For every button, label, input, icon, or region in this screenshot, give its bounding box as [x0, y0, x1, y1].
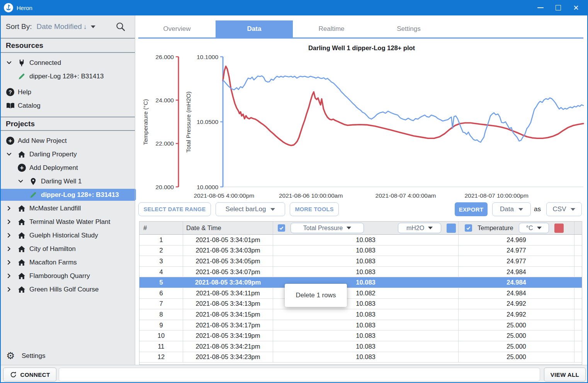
- chevron-right-icon[interactable]: [6, 219, 18, 225]
- cell-datetime: 2021-08-05 3:34:11pm: [183, 288, 273, 298]
- settings-label: Settings: [22, 352, 45, 360]
- sidebar-item-add-deployment[interactable]: +Add Deployment: [1, 161, 135, 175]
- cell-n: 6: [139, 288, 183, 298]
- table-row[interactable]: 52021-08-05 3:34:09pm10.08324.984: [139, 277, 582, 288]
- cell-pressure: 10.083: [273, 341, 458, 352]
- sidebar-item-add-new-project[interactable]: +Add New Project: [1, 134, 135, 147]
- y-tick-label: 24.000: [156, 97, 174, 103]
- connect-button[interactable]: CONNECT: [3, 368, 56, 381]
- chevron-right-icon[interactable]: [6, 232, 18, 238]
- sidebar-item-flamborough-quarry[interactable]: Flamborough Quarry: [1, 269, 135, 283]
- cell-datetime: 2021-08-05 3:34:03pm: [183, 246, 273, 256]
- chevron-down-icon[interactable]: [18, 178, 29, 184]
- cell-datetime: 2021-08-05 3:34:13pm: [183, 299, 273, 309]
- maximize-button[interactable]: [549, 0, 567, 15]
- search-icon[interactable]: [116, 22, 126, 32]
- pressure-unit-dropdown[interactable]: mH2O: [398, 223, 441, 233]
- cell-temperature: 24.992: [458, 299, 574, 309]
- help-icon: ?: [6, 88, 18, 96]
- export-button[interactable]: EXPORT: [455, 202, 488, 216]
- view-all-button[interactable]: VIEW ALL: [544, 368, 586, 381]
- sidebar-item-city-of-hamilton[interactable]: City of Hamilton: [1, 242, 135, 256]
- menu-item-delete-rows[interactable]: Delete 1 rows: [285, 284, 347, 307]
- pin-icon: [29, 178, 41, 185]
- column-header-index: #: [139, 222, 183, 234]
- chevron-down-icon: [428, 227, 433, 229]
- table-row[interactable]: 72021-08-05 3:34:13pm10.08324.992: [139, 299, 582, 310]
- chevron-right-icon[interactable]: [6, 259, 18, 265]
- table-row[interactable]: 42021-08-05 3:34:07pm10.08324.984: [139, 267, 582, 278]
- more-tools-button[interactable]: MORE TOOLS: [290, 202, 339, 216]
- table-row[interactable]: 12021-08-05 3:34:01pm10.08324.969: [139, 235, 582, 246]
- chevron-down-icon: [270, 208, 275, 211]
- cell-pressure: 10.083: [273, 267, 458, 277]
- chevron-right-icon[interactable]: [6, 246, 18, 252]
- tab-settings[interactable]: Settings: [370, 20, 447, 37]
- sidebar-item-connected[interactable]: Connected: [1, 56, 135, 69]
- sidebar-item-settings[interactable]: ⚙ Settings: [1, 349, 135, 363]
- table-row[interactable]: 82021-08-05 3:34:15pm10.08324.992: [139, 309, 582, 320]
- cell-gutter: [574, 246, 582, 256]
- temperature-checkbox[interactable]: [465, 224, 472, 232]
- cell-gutter: [574, 309, 582, 320]
- cell-datetime: 2021-08-05 3:34:21pm: [183, 341, 273, 352]
- chevron-down-icon[interactable]: [6, 151, 18, 157]
- sort-by-value[interactable]: Date Modified: [37, 22, 82, 31]
- sidebar-item-darling-property[interactable]: Darling Property: [1, 147, 135, 161]
- chevron-down-icon[interactable]: [6, 60, 18, 66]
- sort-dropdown-caret-icon[interactable]: [91, 25, 95, 28]
- y-tick-label: 20.000: [156, 184, 174, 190]
- export-source-dropdown[interactable]: Data: [492, 202, 531, 216]
- pressure-color-swatch[interactable]: [447, 224, 456, 233]
- table-row[interactable]: 112021-08-05 3:34:21pm10.08325.000: [139, 341, 582, 352]
- chevron-right-icon[interactable]: [6, 273, 18, 279]
- sort-direction-icon[interactable]: ↓: [83, 23, 87, 31]
- sidebar-item-darling-well-1[interactable]: Darling Well 1: [1, 175, 135, 188]
- table-row[interactable]: 122021-08-05 3:34:23pm10.08325.000: [139, 352, 582, 363]
- table-row[interactable]: 32021-08-05 3:34:05pm10.08324.977: [139, 256, 582, 267]
- status-field[interactable]: [59, 368, 540, 381]
- close-button[interactable]: ×: [567, 0, 585, 15]
- chevron-right-icon[interactable]: [6, 286, 18, 292]
- sidebar-item-green-hills-golf-course[interactable]: Green Hills Golf Course: [1, 283, 135, 296]
- table-row[interactable]: 92021-08-05 3:34:17pm10.08325.000: [139, 320, 582, 331]
- cell-n: 9: [139, 320, 183, 330]
- home-icon: [18, 219, 29, 225]
- pressure-channel-dropdown[interactable]: Total Pressure: [291, 223, 364, 233]
- sidebar-item-macafton-farms[interactable]: Macafton Farms: [1, 256, 135, 269]
- sidebar-item-dipper-log-128-b31413[interactable]: dipper-Log 128+: B31413: [1, 189, 135, 201]
- app-window: Heron × Sort By: Date Modified ↓ Resourc…: [0, 0, 588, 383]
- cell-gutter: [574, 288, 582, 298]
- table-row[interactable]: 62021-08-05 3:34:11pm10.08224.984: [139, 288, 582, 299]
- temperature-unit-dropdown[interactable]: °C: [519, 223, 549, 233]
- pressure-checkbox[interactable]: [278, 224, 285, 232]
- cell-datetime: 2021-08-05 3:34:05pm: [183, 256, 273, 266]
- minimize-button[interactable]: [532, 0, 549, 15]
- sidebar-item-dipper-log-128-b31413[interactable]: dipper-Log 128+: B31413: [1, 69, 135, 83]
- projects-title: Projects: [6, 120, 35, 128]
- select-date-range-button[interactable]: SELECT DATE RANGE: [138, 202, 211, 216]
- sidebar-item-guelph-historical-study[interactable]: Guelph Historical Study: [1, 229, 135, 242]
- sidebar-item-label: Add New Project: [18, 137, 67, 145]
- sidebar-item-label: dipper-Log 128+: B31413: [29, 73, 104, 80]
- table-row[interactable]: 22021-08-05 3:34:03pm10.08324.977: [139, 246, 582, 256]
- sidebar-item-terminal-waste-water-plant[interactable]: Terminal Waste Water Plant: [1, 215, 135, 229]
- book-icon: [6, 102, 18, 109]
- bottom-bar: CONNECT VIEW ALL: [1, 365, 587, 382]
- y-tick-label: 10.0500: [197, 119, 218, 125]
- tab-data[interactable]: Data: [216, 20, 293, 37]
- sidebar-item-label: Green Hills Golf Course: [29, 286, 99, 293]
- sidebar-item-mcmaster-landfill[interactable]: McMaster Landfill: [1, 202, 135, 215]
- sidebar-item-catalog[interactable]: Catalog: [1, 99, 135, 112]
- sidebar-item-help[interactable]: ?Help: [1, 85, 135, 99]
- home-icon: [18, 151, 29, 158]
- temperature-color-swatch[interactable]: [554, 224, 564, 233]
- chevron-right-icon[interactable]: [6, 205, 18, 211]
- cell-temperature: 25.000: [458, 341, 574, 352]
- table-row[interactable]: 102021-08-05 3:34:19pm10.08325.000: [139, 330, 582, 341]
- temperature-column-label: Temperature: [478, 224, 513, 232]
- select-barlog-dropdown[interactable]: Select barLog: [216, 202, 285, 216]
- export-format-dropdown[interactable]: CSV: [546, 202, 582, 216]
- tab-overview[interactable]: Overview: [138, 20, 216, 37]
- tab-realtime[interactable]: Realtime: [293, 20, 370, 37]
